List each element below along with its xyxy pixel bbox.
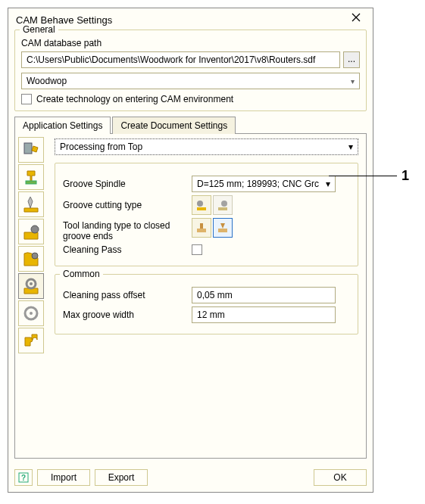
cutting-type-opt2[interactable] (213, 195, 233, 215)
cut-opt1-icon (195, 198, 208, 212)
general-group: General CAM database path ... Woodwop ▾ … (14, 30, 367, 111)
svg-rect-12 (197, 229, 206, 232)
profile-combo[interactable]: Woodwop ▾ (21, 73, 360, 89)
offset-input[interactable] (192, 287, 336, 303)
land-opt1-icon (195, 221, 208, 235)
landing-type-label: Tool landing type to closed groove ends (63, 218, 192, 241)
tab-application-settings[interactable]: Application Settings (14, 117, 111, 134)
landing-type-toggle (192, 218, 233, 238)
offset-label: Cleaning pass offset (63, 290, 192, 300)
chevron-down-icon: ▾ (351, 77, 355, 86)
cleaning-pass-label: Cleaning Pass (63, 244, 192, 255)
svg-text:?: ? (21, 474, 26, 482)
svg-point-5 (30, 282, 33, 285)
tool-shape[interactable] (18, 246, 44, 272)
svg-rect-0 (24, 143, 32, 154)
svg-rect-9 (197, 207, 206, 210)
cutting-type-opt1[interactable] (192, 195, 211, 215)
create-tech-checkbox[interactable] (21, 94, 32, 104)
cut-opt2-icon (216, 198, 230, 212)
side-toolbar (15, 134, 47, 458)
land-opt2-icon (216, 221, 230, 235)
chevron-down-icon: ▾ (348, 142, 353, 152)
close-icon (352, 13, 361, 22)
groove-spindle-label: Groove Spindle (63, 179, 192, 189)
help-icon: ? (18, 472, 29, 483)
maxw-label: Max groove width (63, 310, 192, 320)
content-area: Processing from Top ▾ Groove Spindle D=1… (47, 134, 366, 458)
tool-clamp[interactable] (18, 164, 44, 190)
cutting-type-toggle (192, 195, 233, 215)
tool-cut[interactable] (18, 219, 44, 244)
gear2-icon (21, 303, 41, 323)
tool-puzzle[interactable] (18, 328, 44, 353)
svg-point-7 (30, 312, 33, 315)
tool-drill[interactable] (18, 191, 44, 217)
profile-combo-value: Woodwop (27, 76, 67, 86)
titlebar: CAM Behave Settings (8, 8, 373, 30)
bottom-bar: ? Import Export OK (8, 465, 373, 492)
svg-point-10 (221, 201, 227, 207)
general-legend: General (20, 24, 58, 35)
ok-button[interactable]: OK (314, 469, 367, 486)
tab-create-document-settings[interactable]: Create Document Settings (112, 117, 236, 134)
clamp-icon (21, 167, 41, 187)
chevron-down-icon: ▾ (326, 179, 330, 189)
tool-gear-active[interactable] (18, 273, 44, 299)
svg-point-8 (197, 201, 203, 207)
groove-spindle-combo[interactable]: D=125 mm; 189993; CNC Grc ▾ (192, 176, 336, 192)
svg-rect-13 (200, 223, 203, 229)
db-path-label: CAM database path (21, 38, 360, 48)
landing-opt1[interactable] (192, 218, 211, 238)
callout-number: 1 (402, 168, 409, 184)
maxw-input[interactable] (192, 306, 336, 323)
export-button[interactable]: Export (95, 469, 148, 486)
svg-point-3 (32, 253, 38, 259)
db-path-input[interactable] (21, 51, 340, 68)
gear-icon (21, 276, 41, 296)
tool-gear2[interactable] (18, 300, 44, 326)
processing-combo[interactable]: Processing from Top ▾ (55, 138, 358, 155)
machine-icon (21, 140, 41, 160)
svg-rect-1 (26, 181, 36, 184)
common-group: Common Cleaning pass offset Max groove w… (55, 274, 358, 334)
import-button[interactable]: Import (37, 469, 90, 486)
shape-icon (21, 249, 41, 269)
tool-machine[interactable] (18, 137, 44, 163)
common-legend: Common (60, 269, 103, 279)
help-button[interactable]: ? (14, 469, 33, 486)
landing-opt2[interactable] (213, 218, 233, 238)
browse-button[interactable]: ... (343, 51, 360, 68)
close-button[interactable] (352, 13, 365, 26)
svg-point-2 (31, 226, 39, 233)
tabs: Application Settings Create Document Set… (14, 116, 367, 133)
tab-body: Processing from Top ▾ Groove Spindle D=1… (14, 133, 367, 459)
svg-rect-14 (218, 229, 227, 232)
groove-group: Groove Spindle D=125 mm; 189993; CNC Grc… (55, 163, 358, 266)
cut-icon (21, 222, 41, 241)
groove-cutting-label: Groove cutting type (63, 200, 192, 210)
drill-icon (21, 194, 41, 214)
svg-rect-11 (218, 207, 227, 210)
create-tech-label: Create technology on entering CAM enviro… (36, 94, 233, 104)
processing-value: Processing from Top (60, 142, 142, 152)
puzzle-icon (21, 331, 41, 350)
cleaning-pass-checkbox[interactable] (192, 244, 202, 255)
groove-spindle-value: D=125 mm; 189993; CNC Grc (197, 179, 319, 189)
settings-window: CAM Behave Settings General CAM database… (8, 8, 373, 493)
